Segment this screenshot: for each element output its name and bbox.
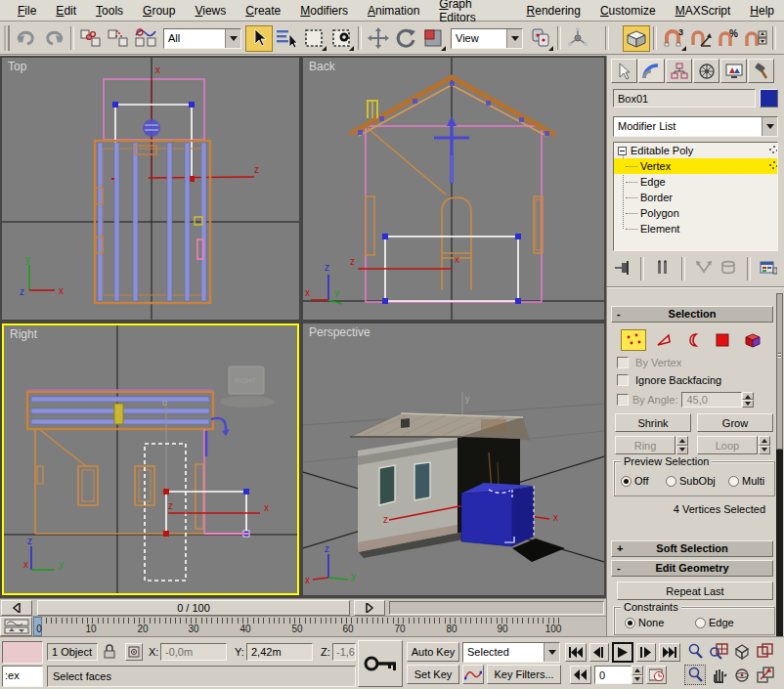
angle-snap-toggle-icon[interactable]	[687, 25, 715, 52]
by-angle-field[interactable]: 45,0	[681, 392, 742, 408]
checkbox-box[interactable]	[617, 374, 629, 386]
viewport-right[interactable]: Right RIGHT	[2, 323, 299, 595]
preview-subobj-radio[interactable]: SubObj	[666, 475, 716, 487]
by-angle-spinner[interactable]	[742, 392, 754, 408]
by-vertex-checkbox[interactable]: By Vertex	[617, 357, 681, 370]
use-pivot-point-center-icon[interactable]	[527, 25, 554, 52]
spinner-snap-toggle-icon[interactable]	[742, 25, 769, 52]
border-mode-icon[interactable]	[681, 329, 705, 351]
constraints-edge-radio[interactable]: Edge	[695, 617, 734, 628]
tab-hierarchy[interactable]	[666, 59, 692, 83]
remove-modifier-button[interactable]	[719, 260, 737, 278]
pin-stack-button[interactable]	[613, 260, 632, 278]
select-and-link-icon[interactable]	[77, 25, 105, 52]
menu-animation[interactable]: Animation	[358, 1, 429, 21]
frame-spinner[interactable]	[632, 666, 643, 684]
radio-button[interactable]	[666, 476, 676, 487]
viewport-back-label[interactable]: Back	[309, 60, 335, 73]
snaps-toggle-icon[interactable]: 3	[660, 25, 687, 52]
element-mode-icon[interactable]	[740, 329, 765, 351]
collapse-box-icon[interactable]	[618, 147, 627, 155]
spinner-up-icon[interactable]	[676, 436, 688, 446]
repeat-last-button[interactable]: Repeat Last	[617, 581, 773, 600]
make-unique-button[interactable]	[694, 260, 713, 278]
tab-utilities[interactable]	[748, 59, 774, 83]
menu-views[interactable]: Views	[185, 1, 236, 21]
spinner-down-icon[interactable]	[759, 446, 770, 455]
pan-button[interactable]	[708, 665, 729, 685]
maxscript-mini-listener[interactable]: :ex	[2, 666, 43, 687]
dropdown-arrow-icon[interactable]	[544, 643, 559, 662]
stack-item-editable-poly[interactable]: Editable Poly	[614, 143, 777, 158]
select-object-icon[interactable]	[245, 25, 273, 52]
panel-scrollbar-thumb[interactable]	[776, 293, 783, 450]
unlink-selection-icon[interactable]	[105, 25, 132, 52]
selection-filter-dropdown[interactable]: All	[163, 28, 241, 49]
loop-spinner[interactable]	[759, 436, 770, 454]
loop-button[interactable]: Loop	[697, 436, 758, 454]
viewport-top-label[interactable]: Top	[8, 60, 26, 73]
menu-create[interactable]: Create	[236, 1, 290, 21]
viewport-perspective[interactable]: Perspective y	[303, 323, 604, 595]
viewport-right-label[interactable]: Right	[10, 327, 37, 341]
edge-mode-icon[interactable]	[652, 329, 675, 351]
stack-item-edge[interactable]: Edge	[614, 174, 777, 190]
go-to-start-button[interactable]	[565, 643, 587, 662]
percent-snap-toggle-icon[interactable]: %	[715, 25, 742, 52]
rollout-toggle[interactable]: +	[617, 541, 623, 556]
open-mini-curve-editor-button[interactable]	[0, 617, 32, 636]
rollout-soft-selection[interactable]: + Soft Selection	[611, 540, 773, 557]
zoom-extents-all-button[interactable]	[755, 641, 776, 662]
absolute-mode-toggle[interactable]	[125, 643, 143, 661]
spinner-up-icon[interactable]	[632, 666, 643, 675]
selection-set-dropdown[interactable]: Selected	[462, 642, 560, 663]
viewport-back[interactable]: Back	[303, 58, 604, 320]
dropdown-arrow-icon[interactable]	[762, 117, 777, 136]
rollout-selection[interactable]: - Selection	[611, 306, 773, 323]
rollout-toggle[interactable]: -	[617, 561, 621, 576]
zoom-extents-button[interactable]	[731, 641, 753, 662]
radio-button[interactable]	[625, 618, 635, 628]
spinner-up-icon[interactable]	[742, 392, 754, 400]
reference-coordinate-dropdown[interactable]: View	[451, 28, 523, 49]
keyboard-shortcut-override-icon[interactable]	[623, 25, 650, 52]
arc-rotate-button[interactable]	[731, 665, 753, 685]
tab-modify[interactable]	[638, 59, 665, 83]
current-frame-field[interactable]: 0	[594, 666, 632, 684]
preview-multi-radio[interactable]: Multi	[728, 475, 764, 487]
key-mode-toggle-button[interactable]	[570, 666, 591, 684]
ring-button[interactable]: Ring	[615, 436, 675, 454]
spinner-up-icon[interactable]	[759, 436, 770, 446]
previous-frame-button[interactable]	[589, 643, 609, 662]
spinner-down-icon[interactable]	[676, 446, 688, 455]
constraints-none-radio[interactable]: None	[625, 617, 664, 628]
tab-display[interactable]	[720, 59, 747, 83]
object-name-field[interactable]: Box01	[613, 89, 756, 108]
menu-file[interactable]: File	[8, 1, 46, 21]
dropdown-arrow-icon[interactable]	[225, 29, 240, 48]
radio-button[interactable]	[695, 618, 706, 628]
play-button[interactable]	[612, 642, 633, 663]
ignore-backfacing-checkbox[interactable]: Ignore Backfacing	[617, 374, 721, 388]
z-coord-field[interactable]: -1,673	[332, 643, 356, 661]
default-tangent-button[interactable]	[462, 665, 484, 684]
dropdown-arrow-icon[interactable]	[506, 29, 522, 48]
menu-group[interactable]: Group	[133, 1, 185, 21]
rollout-toggle[interactable]: -	[617, 307, 621, 322]
menu-modifiers[interactable]: Modifiers	[290, 1, 358, 21]
menu-rendering[interactable]: Rendering	[517, 1, 590, 21]
radio-button[interactable]	[621, 476, 632, 487]
time-slider-handle[interactable]: 0 / 100	[37, 600, 350, 616]
set-key-button[interactable]: Set Key	[407, 665, 459, 684]
menu-maxscript[interactable]: MAXScript	[666, 1, 741, 21]
rollout-edit-geometry[interactable]: - Edit Geometry	[611, 560, 773, 577]
select-by-name-icon[interactable]	[273, 25, 300, 52]
preview-off-radio[interactable]: Off	[621, 475, 648, 487]
select-and-move-icon[interactable]	[365, 25, 392, 52]
redo-icon[interactable]	[40, 25, 67, 52]
y-coord-field[interactable]: 2,42m	[246, 643, 313, 661]
select-and-manipulate-icon[interactable]	[564, 25, 591, 52]
undo-icon[interactable]	[13, 25, 40, 52]
grow-button[interactable]: Grow	[697, 413, 773, 432]
set-keys-button[interactable]	[358, 640, 403, 687]
